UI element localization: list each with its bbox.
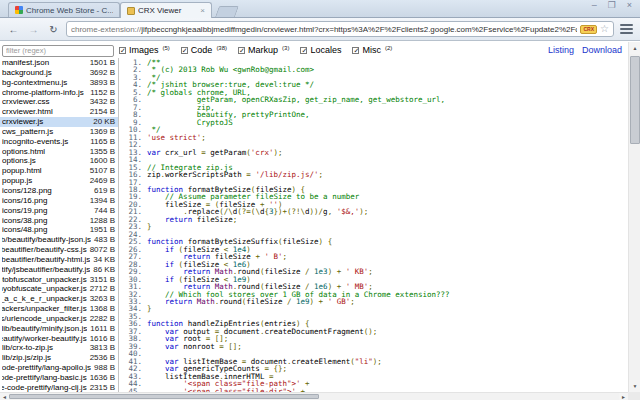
scroll-up-icon[interactable]: ▲ xyxy=(629,42,640,54)
file-list-item[interactable]: lib/beautify/unpackers/myobfuscate_unpac… xyxy=(0,284,118,294)
window-maximize-icon[interactable]: ❐ xyxy=(608,1,616,10)
file-list-item[interactable]: lib/beautify/jsbeautifier/beautify.js86 … xyxy=(0,265,118,275)
file-size: 20 KB xyxy=(93,117,115,127)
file-list-item[interactable]: lib/google-code-prettify/lang-basic.js16… xyxy=(0,373,118,383)
file-list-item[interactable]: crxviewer.js20 KB xyxy=(0,117,118,127)
file-list-item[interactable]: popup.html5107 B xyxy=(0,166,118,176)
file-size: 1288 B xyxy=(90,216,115,226)
file-list-item[interactable]: lib/google-code-prettify/lang-clj.js2315… xyxy=(0,383,118,392)
crx-page-action-icon[interactable]: CRX xyxy=(580,25,597,34)
filter-count: (3) xyxy=(282,45,289,51)
reload-icon[interactable]: ↻ xyxy=(46,22,61,37)
file-size: 2315 B xyxy=(90,383,115,392)
file-name: icons/38.png xyxy=(2,216,87,226)
file-list-item[interactable]: lib/crx-to-zip.js3813 B xyxy=(0,343,118,353)
filter-checkbox-misc[interactable]: ✓Misc(2) xyxy=(352,45,392,55)
file-list-item[interactable]: lib/beautify/minify.json.js1611 B xyxy=(0,324,118,334)
file-size: 1368 B xyxy=(90,304,115,314)
file-list-item[interactable]: crxviewer.html2154 B xyxy=(0,107,118,117)
file-list-item[interactable]: lib/beautify/beautify-json.js483 B xyxy=(0,235,118,245)
filter-checkbox-code[interactable]: ✓Code(38) xyxy=(181,45,227,55)
horizontal-scrollbar[interactable]: ◄ ► xyxy=(0,392,628,400)
file-size: 1611 B xyxy=(90,324,115,334)
file-list-item[interactable]: lib/beautify/worker-beautify.js1616 B xyxy=(0,334,118,344)
horizontal-scroll-thumb[interactable] xyxy=(9,394,319,399)
tab-title: CRX Viewer xyxy=(138,6,196,15)
tab-chrome-web-store[interactable]: Chrome Web Store - C... xyxy=(8,2,120,17)
file-list-item[interactable]: popup.js2469 B xyxy=(0,176,118,186)
browser-toolbar: ← → ↻ chrome-extension://jifpbeccnghkjea… xyxy=(0,18,640,41)
tab-strip: Chrome Web Store - C... CRX Viewer × – ❐… xyxy=(0,0,640,18)
file-list-item[interactable]: lib/beautify/unpackers/p_a_c_k_e_r_unpac… xyxy=(0,294,118,304)
code-line: 9. CryptoJS xyxy=(124,119,628,126)
file-list-item[interactable]: crxviewer.css3432 B xyxy=(0,97,118,107)
file-list-item[interactable]: incognito-events.js1165 B xyxy=(0,137,118,147)
file-list-item[interactable]: options.js1600 B xyxy=(0,156,118,166)
checkbox-icon[interactable]: ✓ xyxy=(352,47,359,54)
file-list-item[interactable]: options.html1355 B xyxy=(0,147,118,157)
file-size: 1394 B xyxy=(90,196,115,206)
checkbox-icon[interactable]: ✓ xyxy=(119,47,126,54)
file-name: lib/beautify/beautify-json.js xyxy=(2,235,91,245)
file-list-item[interactable]: lib/beautify/jsbeautifier/beautify-html.… xyxy=(0,255,118,265)
file-size: 1369 B xyxy=(90,127,115,137)
file-list-item[interactable]: cws_pattern.js1369 B xyxy=(0,127,118,137)
file-list-item[interactable]: manifest.json1501 B xyxy=(0,58,118,68)
file-size: 2154 B xyxy=(90,107,115,117)
file-name: lib/google-code-prettify/lang-apollo.js xyxy=(2,363,91,373)
browser-menu-icon[interactable] xyxy=(619,23,634,36)
file-list-item[interactable]: chrome-platform-info.js1152 B xyxy=(0,88,118,98)
checkbox-icon[interactable]: ✓ xyxy=(238,47,245,54)
scroll-down-icon[interactable]: ▼ xyxy=(629,380,640,392)
window-minimize-icon[interactable]: – xyxy=(592,1,597,10)
file-size: 3432 B xyxy=(90,97,115,107)
file-list-item[interactable]: background.js3692 B xyxy=(0,68,118,78)
file-list-item[interactable]: lib/beautify/unpackers/javascriptobfusca… xyxy=(0,275,118,285)
code-line: 23.} xyxy=(124,223,628,230)
vertical-scroll-thumb[interactable] xyxy=(630,56,640,144)
window-controls: – ❐ × xyxy=(592,1,632,10)
window-close-icon[interactable]: × xyxy=(627,1,632,10)
new-tab-button[interactable] xyxy=(215,6,239,17)
bookmark-star-icon[interactable]: ☆ xyxy=(600,24,609,34)
filter-count: (2) xyxy=(385,45,392,51)
scroll-right-icon[interactable]: ► xyxy=(619,393,628,400)
file-list: manifest.json1501 Bbackground.js3692 Bbg… xyxy=(0,58,119,392)
tab-crx-viewer[interactable]: CRX Viewer × xyxy=(120,2,212,18)
vertical-scrollbar[interactable]: ▲ ▼ xyxy=(628,42,640,392)
file-list-item[interactable]: lib/beautify/unpackers/unpacker_filter.j… xyxy=(0,304,118,314)
file-list-item[interactable]: lib/zip.js/zip.js2536 B xyxy=(0,353,118,363)
scroll-left-icon[interactable]: ◄ xyxy=(0,393,9,400)
file-list-item[interactable]: lib/google-code-prettify/lang-apollo.js9… xyxy=(0,363,118,373)
listing-link[interactable]: Listing xyxy=(548,45,574,55)
file-list-item[interactable]: icons/19.png744 B xyxy=(0,206,118,216)
tab-close-icon[interactable]: × xyxy=(200,7,205,15)
file-name: options.js xyxy=(2,156,87,166)
file-list-item[interactable]: icons/48.png1951 B xyxy=(0,225,118,235)
file-list-item[interactable]: icons/128.png619 B xyxy=(0,186,118,196)
file-size: 1636 B xyxy=(90,373,115,383)
forward-icon[interactable]: → xyxy=(26,22,41,37)
checkbox-icon[interactable]: ✓ xyxy=(181,47,188,54)
file-list-item[interactable]: bg-contextmenu.js3893 B xyxy=(0,78,118,88)
file-list-item[interactable]: icons/38.png1288 B xyxy=(0,216,118,226)
filter-checkbox-locales[interactable]: ✓Locales xyxy=(300,45,341,55)
omnibox[interactable]: chrome-extension://jifpbeccnghkjeaalbbjm… xyxy=(66,21,614,37)
file-name: lib/beautify/unpackers/urlencode_unpacke… xyxy=(2,314,87,324)
file-filter-input[interactable] xyxy=(2,45,114,57)
file-list-item[interactable]: lib/beautify/unpackers/urlencode_unpacke… xyxy=(0,314,118,324)
file-list-item[interactable]: lib/beautify/jsbeautifier/beautify-css.j… xyxy=(0,245,118,255)
back-icon[interactable]: ← xyxy=(6,22,21,37)
file-size: 8072 B xyxy=(90,245,115,255)
checkbox-icon[interactable]: ✓ xyxy=(300,47,307,54)
file-list-item[interactable]: icons/16.png1394 B xyxy=(0,196,118,206)
file-name: bg-contextmenu.js xyxy=(2,78,87,88)
file-size: 988 B xyxy=(94,363,115,373)
filter-checkbox-markup[interactable]: ✓Markup(3) xyxy=(238,45,289,55)
file-size: 2469 B xyxy=(90,176,115,186)
file-name: incognito-events.js xyxy=(2,137,87,147)
file-size: 1165 B xyxy=(90,137,115,147)
filter-checkbox-images[interactable]: ✓Images(5) xyxy=(119,45,170,55)
download-link[interactable]: Download xyxy=(582,45,622,55)
file-size: 1616 B xyxy=(90,334,115,344)
